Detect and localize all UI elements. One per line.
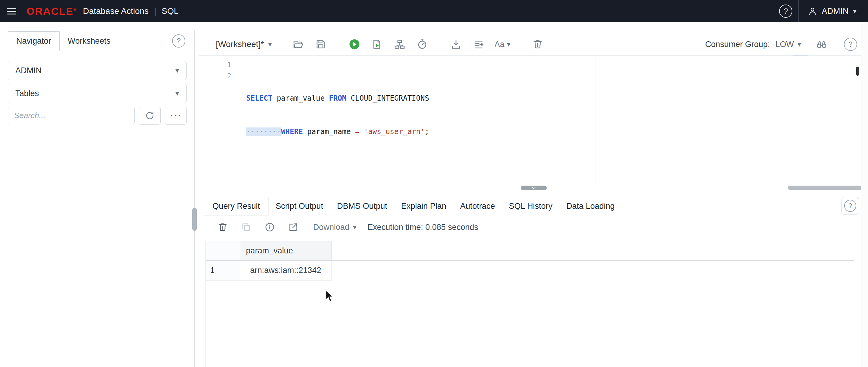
tab-explain-plan[interactable]: Explain Plan [401,202,446,211]
info-button[interactable] [262,219,278,235]
results-panel: Query Result Script Output DBMS Output E… [199,192,868,367]
code-area[interactable]: SELECT param_value FROM CLOUD_INTEGRATIO… [246,56,868,184]
find-button[interactable] [813,36,830,53]
tab-label: Autotrace [460,202,495,211]
run-statement-button[interactable] [346,36,363,53]
worksheet-title: [Worksheet]* [216,39,264,49]
tab-script-output[interactable]: Script Output [276,202,323,211]
worksheet-selector[interactable]: [Worksheet]* ▾ [216,39,272,49]
tab-sql-history[interactable]: SQL History [509,202,553,211]
copy-results-button[interactable] [239,219,254,235]
column-header-label: param_value [246,246,293,255]
tab-label: Script Output [276,202,323,211]
tab-autotrace[interactable]: Autotrace [460,202,495,211]
schema-select-value: ADMIN [16,66,41,75]
tab-worksheets[interactable]: Worksheets [60,31,119,51]
search-row: ··· [8,107,187,125]
tab-navigator-label: Navigator [16,36,51,46]
chevron-down-icon: ▾ [853,7,857,15]
table-row: 1 arn:aws:iam::21342 [206,261,854,280]
sql-space [360,127,364,136]
consumer-group-select[interactable]: LOW ▾ [775,40,801,49]
consumer-group-value: LOW [775,40,794,49]
hamburger-menu-button[interactable] [0,0,24,22]
code-line-2: ········WHERE param_name = 'aws_user_arn… [246,126,868,137]
tab-label: DBMS Output [337,202,387,211]
object-type-select[interactable]: Tables ▾ [8,84,187,103]
product-title: Database Actions [83,6,149,16]
panel-divider [194,30,195,367]
download-editor-button[interactable] [447,36,464,53]
page-scrollbar-track[interactable] [861,22,868,367]
results-toolbar: Download ▾ Execution time: 0.085 seconds [199,216,868,239]
worksheet-toolbar: [Worksheet]* ▾ Aa ▾ [199,33,868,56]
format-button[interactable] [470,36,487,53]
header-help-button[interactable]: ? [773,0,798,22]
autotrace-icon [417,39,428,50]
explain-plan-button[interactable] [391,36,408,53]
editor-vertical-scrollbar-thumb[interactable] [856,67,859,75]
horizontal-scrollbar-thumb[interactable] [788,186,868,190]
tab-data-loading[interactable]: Data Loading [566,202,615,211]
column-header-param-value[interactable]: param_value [240,241,332,260]
tab-navigator[interactable]: Navigator [8,31,60,51]
info-icon [265,222,275,232]
object-type-select-value: Tables [16,89,39,98]
tab-query-result[interactable]: Query Result [204,197,269,215]
sql-identifier: param_name [303,127,355,136]
save-button[interactable] [312,36,329,53]
results-tabs: Query Result Script Output DBMS Output E… [199,196,868,216]
refresh-button[interactable] [139,107,161,125]
autotrace-button[interactable] [414,36,431,53]
search-input[interactable] [8,107,135,124]
editor-gutter: 1 2 [199,56,246,184]
run-script-icon [372,39,382,50]
chevron-down-icon: ▾ [176,90,179,97]
worksheet-help-button[interactable]: ? [842,36,859,53]
chevron-down-icon: ▾ [798,41,801,48]
tab-worksheets-label: Worksheets [68,36,111,46]
explain-plan-icon [394,39,405,50]
grid-corner-cell[interactable] [206,241,240,260]
results-help-button[interactable]: ? [841,197,859,215]
sidebar-help-button[interactable]: ? [172,34,185,48]
open-external-icon [288,222,299,232]
help-icon: ? [779,4,792,18]
tab-dbms-output[interactable]: DBMS Output [337,202,387,211]
grid-header-row: param_value [206,241,854,261]
chevron-down-icon: ▾ [353,223,356,231]
font-size-button[interactable]: Aa ▾ [493,36,513,53]
user-menu[interactable]: ADMIN ▾ [798,0,868,22]
hamburger-icon [7,11,16,12]
more-options-button[interactable]: ··· [165,107,187,125]
header-right: ? ADMIN ▾ [773,0,868,22]
panel-divider-handle[interactable] [192,208,197,231]
open-in-new-button[interactable] [285,219,301,235]
find-icon [816,39,827,50]
clear-results-button[interactable] [215,219,230,235]
sql-keyword: FROM [329,94,347,102]
schema-select[interactable]: ADMIN ▾ [8,61,187,80]
consumer-group: Consumer Group: LOW ▾ ? [705,36,859,53]
help-icon: ? [172,34,185,48]
user-icon [808,6,817,16]
param-value-cell[interactable]: arn:aws:iam::21342 [240,261,332,280]
user-name: ADMIN [822,7,849,16]
tab-label: Explain Plan [401,202,446,211]
format-icon [473,39,484,50]
help-icon: ? [844,200,856,212]
run-script-button[interactable] [369,36,385,53]
sql-operator: = [355,127,359,136]
open-file-button[interactable] [290,36,307,53]
row-number: 1 [210,266,215,275]
splitter-handle[interactable] [521,186,547,190]
chevron-down-icon: ▾ [507,41,510,48]
main-area: [Worksheet]* ▾ Aa ▾ [199,22,868,367]
navigator-sidebar: Navigator Worksheets ? ADMIN ▾ Tables ▾ … [8,31,187,367]
download-results-button[interactable]: Download ▾ [313,223,356,232]
row-number-cell[interactable]: 1 [206,261,240,280]
copy-icon [241,222,251,232]
clear-worksheet-button[interactable] [529,36,546,53]
run-statement-icon [349,39,360,50]
whitespace-indent: ········ [246,127,281,136]
